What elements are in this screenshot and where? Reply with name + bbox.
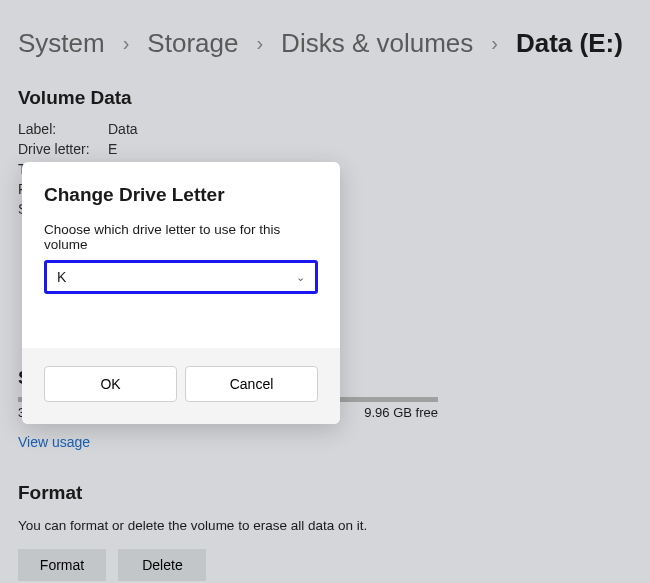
breadcrumb-current: Data (E:)	[516, 28, 623, 59]
chevron-right-icon: ›	[491, 32, 498, 55]
change-drive-letter-dialog: Change Drive Letter Choose which drive l…	[22, 162, 340, 424]
format-section: Format You can format or delete the volu…	[0, 464, 650, 581]
breadcrumb-system[interactable]: System	[18, 28, 105, 59]
format-description: You can format or delete the volume to e…	[18, 518, 632, 533]
ok-button[interactable]: OK	[44, 366, 177, 402]
breadcrumb: System › Storage › Disks & volumes › Dat…	[0, 0, 650, 77]
volume-data-title: Volume Data	[0, 77, 650, 121]
storage-free-text: 9.96 GB free	[364, 405, 438, 420]
drive-letter-dropdown[interactable]: K ⌄	[44, 260, 318, 294]
chevron-down-icon: ⌄	[296, 271, 305, 284]
format-title: Format	[18, 482, 632, 504]
detail-row-label: Label: Data	[18, 121, 632, 137]
chevron-right-icon: ›	[123, 32, 130, 55]
dialog-description: Choose which drive letter to use for thi…	[44, 222, 318, 252]
detail-label: Label:	[18, 121, 108, 137]
breadcrumb-disks-volumes[interactable]: Disks & volumes	[281, 28, 473, 59]
dialog-footer: OK Cancel	[22, 348, 340, 424]
detail-label: Drive letter:	[18, 141, 108, 157]
delete-button[interactable]: Delete	[118, 549, 206, 581]
detail-value: E	[108, 141, 117, 157]
format-button[interactable]: Format	[18, 549, 106, 581]
detail-row-drive-letter: Drive letter: E	[18, 141, 632, 157]
dialog-title: Change Drive Letter	[44, 184, 318, 206]
cancel-button[interactable]: Cancel	[185, 366, 318, 402]
detail-value: Data	[108, 121, 138, 137]
view-usage-link[interactable]: View usage	[0, 420, 108, 464]
dropdown-selected-value: K	[57, 269, 66, 285]
chevron-right-icon: ›	[256, 32, 263, 55]
breadcrumb-storage[interactable]: Storage	[147, 28, 238, 59]
